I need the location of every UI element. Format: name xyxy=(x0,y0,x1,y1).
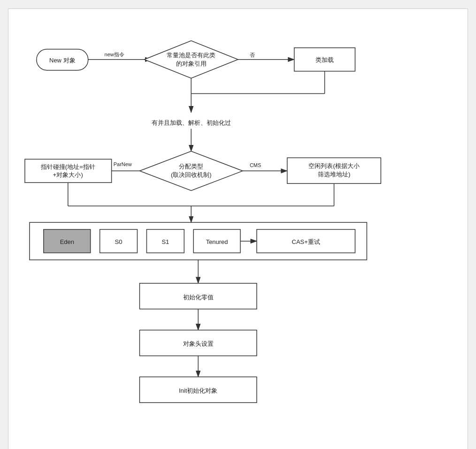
alloc-type-label2: (取决回收机制) xyxy=(171,171,212,178)
loaded-text: 有并且加载、解析、初始化过 xyxy=(152,119,231,126)
init-zero-label: 初始化零值 xyxy=(183,294,214,301)
new-instruction-label: new指令 xyxy=(105,52,124,57)
free-list-label1: 空闲列表(根据大小 xyxy=(308,162,359,169)
cas-retry-label: CAS+重试 xyxy=(292,238,320,245)
s0-label: S0 xyxy=(115,238,123,245)
diagram-container: New 对象 new指令 常量池是否有此类 的对象引用 否 类加载 有并且加载、… xyxy=(8,8,468,449)
s1-label: S1 xyxy=(161,238,169,245)
no-label: 否 xyxy=(250,52,255,58)
cms-label: CMS xyxy=(250,162,261,168)
init-obj-label: Init初始化对象 xyxy=(179,387,217,394)
free-list-label2: 筛选堆地址) xyxy=(318,171,350,178)
constant-pool-label2: 的对象引用 xyxy=(176,60,207,67)
tenured-label: Tenured xyxy=(206,238,228,245)
obj-header-label: 对象头设置 xyxy=(183,340,214,347)
constant-pool-label1: 常量池是否有此类 xyxy=(167,52,215,59)
pointer-bump-label1: 指针碰撞(地址=指针 xyxy=(40,163,95,170)
class-load-label: 类加载 xyxy=(315,56,334,63)
eden-label: Eden xyxy=(60,238,74,245)
pointer-bump-label2: +对象大小) xyxy=(53,171,83,178)
new-object-label: New 对象 xyxy=(49,57,76,64)
alloc-type-label1: 分配类型 xyxy=(179,163,203,170)
